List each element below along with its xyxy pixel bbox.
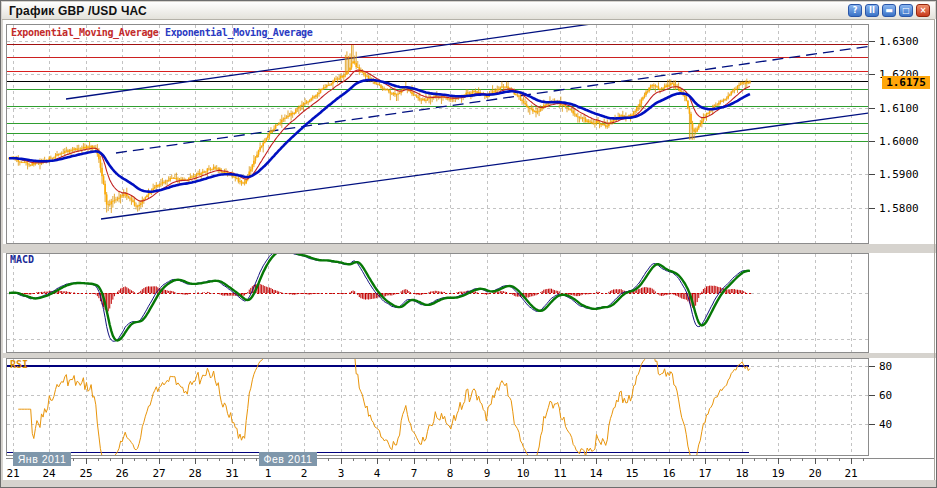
date-label: 14 [589, 467, 603, 480]
date-label: 18 [735, 467, 748, 480]
date-label: 2 [301, 467, 308, 480]
date-label: 28 [188, 467, 201, 480]
price-tick-label: 1.6300 [879, 35, 919, 48]
date-label: 1 [265, 467, 272, 480]
date-label: 8 [447, 467, 454, 480]
date-label: 11 [553, 467, 566, 480]
date-label: 21 [844, 467, 857, 480]
date-label: 7 [411, 467, 418, 480]
month-badge-feb: Фев 2011 [259, 452, 317, 466]
price-tick-label: 1.5900 [879, 168, 919, 181]
date-label: 9 [484, 467, 491, 480]
window-controls: ? II ▬ □ × [848, 4, 935, 17]
date-label: 31 [225, 467, 238, 480]
window-title: График GBP /USD ЧАС [2, 4, 147, 18]
date-label: 25 [79, 467, 92, 480]
date-label: 10 [516, 467, 529, 480]
maximize-button[interactable]: □ [899, 4, 913, 17]
pause-button[interactable]: II [865, 4, 879, 17]
rsi-tick-label: 60 [879, 389, 892, 402]
date-label: 17 [698, 467, 711, 480]
help-button[interactable]: ? [848, 4, 862, 17]
price-tick-label: 1.5800 [879, 202, 919, 215]
minimize-button[interactable]: ▬ [882, 4, 896, 17]
titlebar[interactable]: График GBP /USD ЧАС ? II ▬ □ × [2, 2, 935, 20]
date-label: 24 [42, 467, 56, 480]
date-label: 21 [6, 467, 19, 480]
rsi-label: RSI [10, 359, 28, 370]
month-badge-jan: Янв 2011 [13, 452, 71, 466]
date-label: 4 [374, 467, 381, 480]
rsi-tick-label: 80 [879, 360, 892, 373]
date-label: 26 [115, 467, 128, 480]
ema-fast-label: Exponential_Moving_Average [11, 27, 158, 38]
date-label: 27 [152, 467, 165, 480]
date-label: 3 [338, 467, 345, 480]
current-price-badge: 1.6175 [882, 76, 930, 89]
price-tick-label: 1.6000 [879, 135, 919, 148]
close-button[interactable]: × [916, 4, 930, 17]
macd-label: MACD [10, 254, 34, 265]
chart-window: График GBP /USD ЧАС ? II ▬ □ × 1.63001.6… [0, 0, 937, 488]
ema-slow-label: Exponential_Moving_Average [165, 27, 312, 38]
price-tick-label: 1.6100 [879, 102, 919, 115]
date-label: 16 [662, 467, 675, 480]
date-label: 15 [625, 467, 638, 480]
date-label: 20 [808, 467, 821, 480]
rsi-tick-label: 40 [879, 418, 892, 431]
date-label: 19 [771, 467, 784, 480]
chart-canvas[interactable]: 1.63001.62001.61001.60001.59001.5800-0.0… [1, 1, 937, 488]
